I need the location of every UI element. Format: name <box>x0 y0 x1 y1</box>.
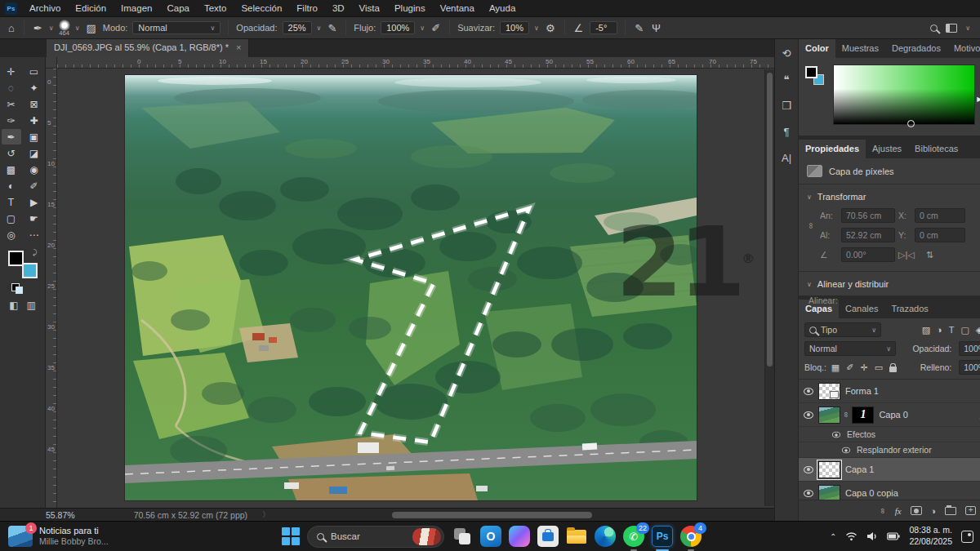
visibility-eye-icon[interactable] <box>842 447 850 453</box>
wifi-icon[interactable] <box>845 531 858 541</box>
layer-name[interactable]: Capa 0 copia <box>845 488 898 498</box>
tab-bibliotecas[interactable]: Bibliotecas <box>908 140 964 158</box>
flip-horizontal-icon[interactable]: ▷|◁ <box>898 250 915 260</box>
clock[interactable]: 08:38 a. m. 22/08/2025 <box>909 525 952 547</box>
dodge-tool[interactable]: ◐ <box>2 178 21 193</box>
file-explorer-button[interactable] <box>566 526 587 547</box>
visibility-eye-icon[interactable] <box>804 411 813 419</box>
tab-degradados[interactable]: Degradados <box>885 39 947 58</box>
chevron-down-icon[interactable]: ∨ <box>534 24 539 32</box>
y-field[interactable]: 0 cm <box>915 228 965 242</box>
layer-name[interactable]: Forma 1 <box>845 386 879 396</box>
tray-chevron-icon[interactable]: ⌃ <box>830 532 836 541</box>
paint-symmetry-icon[interactable]: Ψ <box>650 23 662 33</box>
flow-input[interactable]: 100% <box>381 21 415 34</box>
filter-pixel-icon[interactable]: ▨ <box>922 325 930 335</box>
start-button[interactable] <box>282 527 300 545</box>
canvas-horizontal-scrollbar[interactable] <box>392 512 592 518</box>
chevron-down-icon[interactable]: ∨ <box>807 281 812 288</box>
scrollbar-thumb[interactable] <box>767 73 773 367</box>
smoothing-gear-icon[interactable]: ⚙ <box>544 23 557 33</box>
filter-shape-icon[interactable]: ▢ <box>960 325 969 335</box>
pen-tool[interactable]: ✐ <box>24 178 44 193</box>
menu-item[interactable]: Filtro <box>289 2 325 15</box>
chevron-down-icon[interactable]: ∨ <box>807 193 812 201</box>
layer-row-capa0-copia[interactable]: Capa 0 copia <box>799 482 980 500</box>
clone-stamp-tool[interactable]: ▣ <box>24 129 44 144</box>
layer-name[interactable]: Capa 0 <box>879 410 907 420</box>
quick-mask-icon[interactable]: ◧ <box>9 300 18 311</box>
canvas-area[interactable]: 051015202530354045505560657075 051015202… <box>46 57 774 508</box>
search-highlight-thumbnail[interactable] <box>412 528 441 545</box>
height-field[interactable]: 52.92 cm <box>841 228 895 242</box>
layer-thumbnail[interactable] <box>818 407 840 424</box>
screen-mode-icon[interactable]: ▥ <box>27 300 36 311</box>
chevron-down-icon[interactable]: ∨ <box>420 24 425 32</box>
search-icon[interactable] <box>930 24 938 32</box>
lock-artboard-icon[interactable]: ▭ <box>875 362 883 373</box>
chevron-down-icon[interactable]: ∨ <box>49 24 54 32</box>
visibility-eye-icon[interactable] <box>832 431 840 438</box>
lock-position-icon[interactable]: ✛ <box>860 362 867 373</box>
chevron-down-icon[interactable]: ∨ <box>965 24 970 32</box>
history-panel-icon[interactable]: ⟲ <box>782 47 791 60</box>
pressure-opacity-icon[interactable]: ✎ <box>326 23 338 33</box>
filter-type-icon[interactable]: T <box>949 325 955 335</box>
new-layer-icon[interactable] <box>965 506 976 515</box>
color-picker-cursor[interactable] <box>907 120 915 127</box>
document-tab[interactable]: DJI_0569.JPG al 55.9% (Capa 1, RGB/8*) *… <box>47 39 249 57</box>
eyedropper-tool[interactable]: ✑ <box>2 113 21 128</box>
menu-item[interactable]: Archivo <box>22 2 68 15</box>
filter-adjustment-icon[interactable]: ◑ <box>937 325 942 335</box>
brush-tool[interactable]: ✒ <box>2 129 21 144</box>
menu-item[interactable]: Ayuda <box>482 2 523 15</box>
background-color-swatch[interactable] <box>22 263 38 278</box>
layer-style-icon[interactable]: fx <box>895 506 902 516</box>
x-field[interactable]: 0 cm <box>915 208 965 223</box>
tab-motivos[interactable]: Motivos <box>947 39 980 58</box>
store-app-button[interactable] <box>537 526 559 547</box>
eraser-tool[interactable]: ◪ <box>24 145 44 161</box>
menu-item[interactable]: Ventana <box>433 2 482 15</box>
tab-color[interactable]: Color <box>799 39 835 58</box>
canvas-vertical-scrollbar[interactable] <box>764 69 774 506</box>
mask-link-icon[interactable]: ∞ <box>842 412 850 417</box>
magic-wand-tool[interactable]: ✦ <box>24 80 44 96</box>
shape-tool[interactable]: ▢ <box>2 211 21 226</box>
flip-vertical-icon[interactable]: ⇅ <box>926 250 933 260</box>
layer-row-forma1[interactable]: Forma 1 <box>799 380 980 403</box>
color-spectrum-field[interactable] <box>833 64 975 125</box>
close-icon[interactable]: × <box>236 42 241 52</box>
lock-transparency-icon[interactable]: ▦ <box>831 362 840 373</box>
move-tool[interactable]: ✛ <box>2 64 21 79</box>
lock-pixels-icon[interactable]: ✐ <box>846 362 853 373</box>
frame-tool[interactable]: ⊠ <box>24 96 44 112</box>
smoothing-input[interactable]: 10% <box>500 21 529 34</box>
gradient-tool[interactable]: ▩ <box>2 162 21 177</box>
layer-blend-mode-dropdown[interactable]: Normal ∨ <box>804 341 896 356</box>
healing-brush-tool[interactable]: ✚ <box>24 113 44 128</box>
layer-thumbnail[interactable] <box>818 383 840 400</box>
effects-row[interactable]: Efectos <box>799 427 980 442</box>
photoshop-app-button[interactable]: Ps <box>652 526 673 547</box>
type-tool[interactable]: T <box>2 194 21 210</box>
lasso-tool[interactable]: ◌ <box>2 80 21 96</box>
paragraph-panel-icon[interactable]: ¶ <box>784 126 790 138</box>
swap-colors-icon[interactable]: ⤸ <box>33 248 37 257</box>
airbrush-icon[interactable]: ✐ <box>430 23 442 33</box>
layer-row-capa1[interactable]: Capa 1 <box>799 458 980 482</box>
rotate-angle-field[interactable]: 0.00° <box>841 247 895 262</box>
copilot-app-button[interactable] <box>509 526 530 547</box>
layer-opacity-field[interactable]: 100% ∨ <box>959 341 980 356</box>
pressure-size-icon[interactable]: ✎ <box>633 23 645 33</box>
layer-thumbnail[interactable] <box>818 485 840 500</box>
battery-icon[interactable] <box>887 532 900 540</box>
status-arrow-icon[interactable]: 〉 <box>262 509 270 520</box>
brush-tool-icon[interactable]: ✒ <box>32 23 44 33</box>
hand-tool[interactable]: ☛ <box>24 211 44 226</box>
foreground-color-swatch[interactable] <box>805 66 817 78</box>
outer-glow-row[interactable]: Resplandor exterior <box>799 442 980 458</box>
workspace-switcher-icon[interactable] <box>946 24 957 33</box>
new-group-icon[interactable] <box>945 507 956 515</box>
visibility-eye-icon[interactable] <box>804 388 813 395</box>
